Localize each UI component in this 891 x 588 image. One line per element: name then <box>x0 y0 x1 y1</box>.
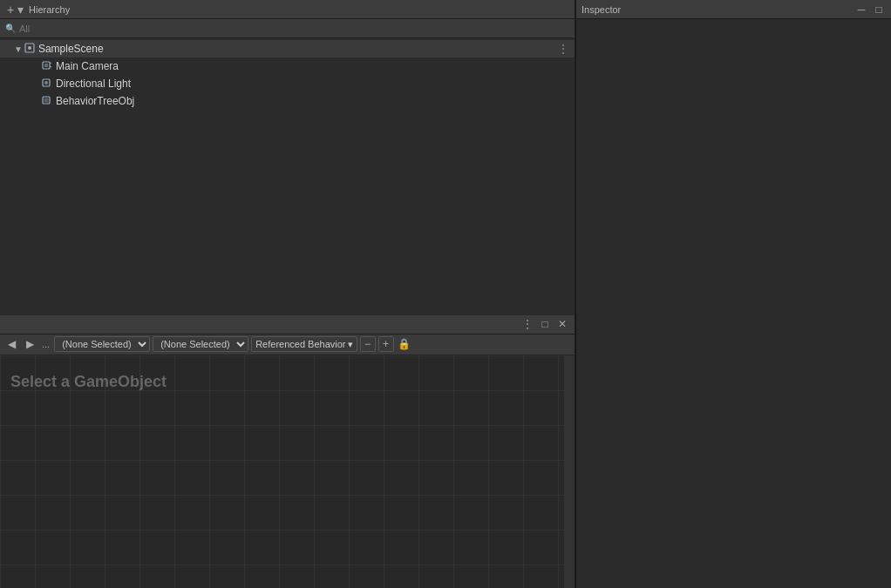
gameobject-icon <box>42 60 52 72</box>
scrollbar-track <box>564 355 575 589</box>
inspector-header: Inspector ─ □ <box>576 0 891 19</box>
behavior-designer-panel: ⋮ □ ✕ ◀ ▶ ... (None Selected) (None Sele… <box>0 315 575 589</box>
referenced-behavior-dropdown-icon: ▾ <box>348 339 353 350</box>
panel-maximize-button[interactable]: □ <box>538 317 552 331</box>
hierarchy-search-input[interactable] <box>19 24 124 34</box>
inspector-title: Inspector <box>582 4 621 15</box>
inspector-controls: ─ □ <box>854 3 886 17</box>
behavior-canvas[interactable]: Select a GameObject <box>0 355 575 589</box>
scene-more-icon[interactable]: ⋮ <box>557 42 569 56</box>
more-options-button[interactable]: ... <box>40 337 51 351</box>
search-icon: 🔍 <box>5 24 16 33</box>
svg-rect-3 <box>44 64 48 67</box>
behavior-window-titlebar: ⋮ □ ✕ <box>0 315 575 335</box>
hierarchy-tree: ▼ SampleScene ⋮ Main Camera <box>0 38 575 315</box>
referenced-behavior-button[interactable]: Referenced Behavior ▾ <box>251 336 357 352</box>
inspector-maximize-button[interactable]: □ <box>872 3 886 17</box>
referenced-behavior-label: Referenced Behavior <box>255 339 345 349</box>
add-gameobject-button[interactable]: + ▾ <box>5 3 25 16</box>
hierarchy-item-directional-light[interactable]: Directional Light <box>0 75 575 92</box>
svg-point-7 <box>44 81 48 84</box>
svg-rect-9 <box>44 98 49 103</box>
hierarchy-titlebar: + ▾ Hierarchy <box>0 0 575 19</box>
panel-options-button[interactable]: ⋮ <box>520 317 534 331</box>
behavior-dropdown[interactable]: (None Selected) <box>153 336 248 352</box>
panel-close-button[interactable]: ✕ <box>555 317 569 331</box>
back-button[interactable]: ◀ <box>3 336 19 352</box>
hierarchy-header-left: + ▾ Hierarchy <box>5 3 70 16</box>
hierarchy-panel: + ▾ Hierarchy 🔍 ▼ SampleScene ⋮ <box>0 0 575 588</box>
select-gameobject-text: Select a GameObject <box>10 373 167 391</box>
scene-row[interactable]: ▼ SampleScene ⋮ <box>0 40 575 57</box>
hierarchy-toolbar: 🔍 <box>0 19 575 38</box>
behavior-toolbar: ◀ ▶ ... (None Selected) (None Selected) … <box>0 335 575 355</box>
hierarchy-title: Hierarchy <box>29 4 70 15</box>
lock-button[interactable]: 🔒 <box>397 336 412 352</box>
directional-light-label: Directional Light <box>56 78 131 90</box>
svg-point-1 <box>28 46 31 50</box>
behavior-tree-obj-label: BehaviorTreeObj <box>56 95 134 107</box>
scene-name-label: SampleScene <box>38 43 104 55</box>
add-button[interactable]: + <box>378 336 394 352</box>
hierarchy-item-main-camera[interactable]: Main Camera <box>0 57 575 75</box>
light-icon <box>42 78 52 90</box>
behavior-tree-icon <box>42 95 52 107</box>
inspector-minimize-button[interactable]: ─ <box>854 3 868 17</box>
remove-button[interactable]: − <box>360 336 376 352</box>
forward-button[interactable]: ▶ <box>22 336 37 352</box>
hierarchy-item-behavior-tree-obj[interactable]: BehaviorTreeObj <box>0 92 575 110</box>
inspector-panel: Inspector ─ □ <box>575 0 891 588</box>
scene-arrow-icon: ▼ <box>14 44 23 54</box>
scene-icon <box>24 43 35 55</box>
main-camera-label: Main Camera <box>56 60 119 72</box>
gameobject-dropdown[interactable]: (None Selected) <box>54 336 150 352</box>
